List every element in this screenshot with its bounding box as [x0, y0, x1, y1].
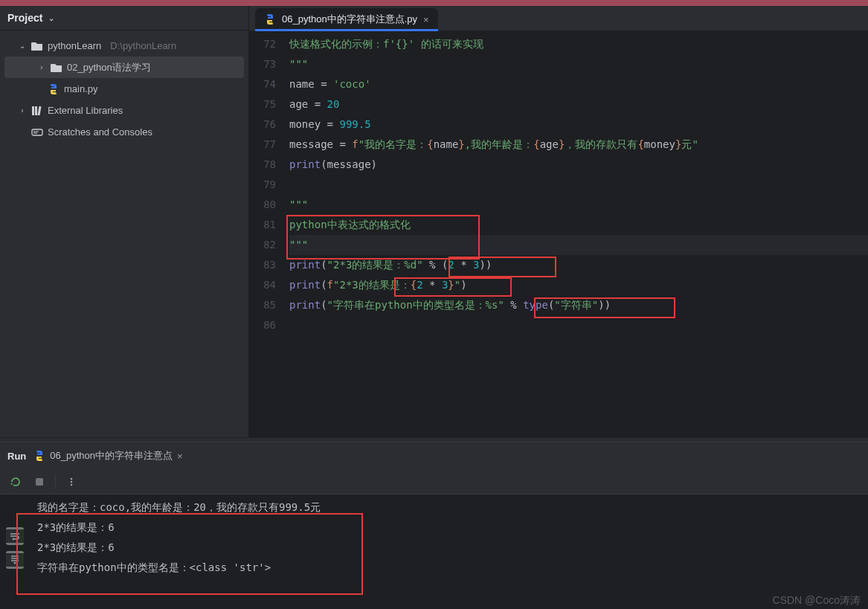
tree-item-label: Scratches and Consoles	[48, 126, 152, 138]
code-line[interactable]: """	[289, 195, 868, 215]
project-tree: ⌄ pythonLearn D:\pythonLearn › 02_python…	[0, 30, 248, 147]
project-sidebar: Project ⌄ ⌄ pythonLearn D:\pythonLearn ›…	[0, 6, 249, 437]
tree-external-libs[interactable]: › External Libraries	[0, 100, 248, 121]
svg-point-7	[71, 477, 73, 480]
editor-tabbar: 06_python中的字符串注意点.py ×	[249, 6, 868, 31]
editor-tab[interactable]: 06_python中的字符串注意点.py ×	[255, 8, 438, 30]
folder-icon	[31, 41, 43, 51]
editor-pane: 06_python中的字符串注意点.py × 72737475767778798…	[249, 6, 868, 437]
python-file-icon	[48, 83, 60, 95]
code-line[interactable]: message = f"我的名字是：{name},我的年龄是：{age}，我的存…	[289, 135, 868, 155]
tree-root-path: D:\pythonLearn	[110, 40, 176, 51]
folder-icon	[51, 62, 62, 73]
svg-rect-3	[32, 129, 42, 135]
code-line[interactable]: python中表达式的格式化	[289, 215, 868, 235]
code-line[interactable]: """	[289, 54, 868, 74]
project-tool-header[interactable]: Project ⌄	[0, 6, 248, 30]
tree-root-name: pythonLearn	[48, 40, 101, 51]
window-titlebar-strip	[0, 0, 868, 6]
scroll-to-end-icon[interactable]	[6, 551, 24, 569]
console: 我的名字是：coco,我的年龄是：20，我的存款只有999.5元 2*3的结果是…	[0, 494, 868, 609]
run-tab-label: 06_python中的字符串注意点	[50, 449, 173, 463]
library-icon	[31, 106, 43, 116]
toolbar-separator	[55, 474, 56, 489]
tree-root[interactable]: ⌄ pythonLearn D:\pythonLearn	[0, 35, 248, 57]
console-output[interactable]: 我的名字是：coco,我的年龄是：20，我的存款只有999.5元 2*3的结果是…	[30, 497, 868, 609]
project-title: Project	[7, 12, 42, 24]
run-tab[interactable]: 06_python中的字符串注意点 ×	[33, 449, 182, 463]
tab-filename: 06_python中的字符串注意点.py	[282, 13, 417, 26]
svg-rect-0	[32, 106, 34, 115]
line-number-gutter: 727374757677787980818283848586	[249, 34, 286, 437]
soft-wrap-icon[interactable]	[6, 527, 24, 545]
tree-item-label: External Libraries	[48, 105, 123, 116]
code-line[interactable]: money = 999.5	[289, 115, 868, 135]
svg-rect-6	[36, 478, 43, 486]
code-line[interactable]: print(message)	[289, 155, 868, 175]
run-toolbar	[0, 469, 868, 494]
code-line[interactable]: print(f"2*3的结果是：{2 * 3}")	[289, 275, 868, 295]
code-line[interactable]	[289, 315, 868, 335]
scratches-icon	[31, 127, 43, 138]
watermark: CSDN @Coco涛涛	[773, 594, 861, 608]
chevron-right-icon[interactable]: ›	[18, 106, 27, 115]
chevron-down-icon: ⌄	[47, 14, 56, 22]
more-icon[interactable]	[63, 474, 80, 490]
svg-point-9	[71, 483, 73, 486]
tree-item-label: 02_python语法学习	[67, 61, 151, 74]
tree-item-label: main.py	[64, 83, 98, 94]
svg-rect-2	[37, 106, 41, 115]
close-icon[interactable]: ×	[177, 451, 183, 462]
tree-file-main[interactable]: main.py	[0, 78, 248, 100]
code-line[interactable]: print("字符串在python中的类型名是：%s" % type("字符串"…	[289, 295, 868, 315]
stop-button[interactable]	[31, 474, 48, 490]
run-title: Run	[7, 451, 26, 462]
code-line[interactable]: name = 'coco'	[289, 74, 868, 94]
tree-folder-02[interactable]: › 02_python语法学习	[4, 57, 244, 78]
code-content[interactable]: 快速格式化的示例：f'{}' 的话可来实现"""name = 'coco'age…	[286, 34, 868, 437]
svg-point-8	[71, 480, 73, 483]
python-file-icon	[264, 13, 276, 25]
code-line[interactable]: 快速格式化的示例：f'{}' 的话可来实现	[289, 34, 868, 54]
console-gutter	[0, 497, 30, 609]
svg-rect-1	[35, 106, 37, 115]
python-file-icon	[33, 450, 45, 462]
code-line[interactable]: """	[289, 235, 868, 255]
chevron-down-icon[interactable]: ⌄	[18, 42, 27, 50]
code-line[interactable]: age = 20	[289, 94, 868, 115]
code-line[interactable]: print("2*3的结果是：%d" % (2 * 3))	[289, 255, 868, 275]
run-panel: Run 06_python中的字符串注意点 × 我的名	[0, 442, 868, 609]
close-icon[interactable]: ×	[423, 14, 429, 25]
run-header: Run 06_python中的字符串注意点 ×	[0, 442, 868, 469]
chevron-right-icon[interactable]: ›	[37, 63, 46, 71]
code-editor[interactable]: 727374757677787980818283848586 快速格式化的示例：…	[249, 31, 868, 437]
code-line[interactable]	[289, 175, 868, 195]
main-split: Project ⌄ ⌄ pythonLearn D:\pythonLearn ›…	[0, 6, 868, 437]
rerun-button[interactable]	[7, 474, 24, 490]
tree-scratches[interactable]: Scratches and Consoles	[0, 121, 248, 143]
